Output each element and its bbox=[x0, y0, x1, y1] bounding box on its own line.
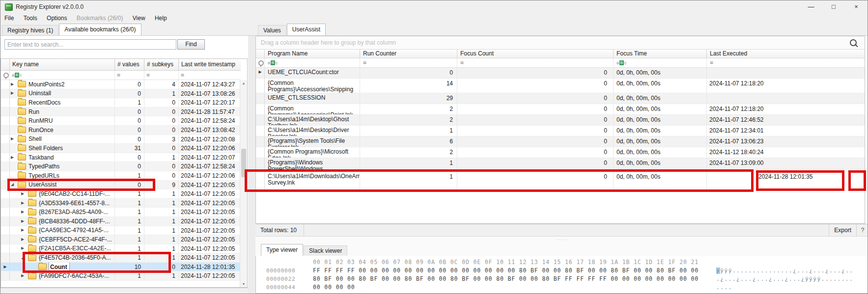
grid-row[interactable]: {Common Programs}\Accessories\Paint.lnk2… bbox=[256, 104, 865, 115]
hex-offset: 00000000 bbox=[266, 267, 295, 275]
tree-row[interactable]: RunOnce002024-11-07 13:08:42 bbox=[1, 126, 241, 135]
column-subkeys-count[interactable]: # subkeys bbox=[144, 59, 179, 70]
tab-values[interactable]: Values bbox=[258, 25, 286, 35]
horizontal-splitter[interactable]: ····· bbox=[255, 237, 868, 243]
tab-registry-hives[interactable]: Registry hives (1) bbox=[2, 25, 58, 35]
expanded-icon[interactable]: ◢ bbox=[21, 253, 28, 262]
collapsed-icon[interactable]: ▶ bbox=[21, 226, 28, 235]
tree-row[interactable]: ▶MountPoints2042024-11-07 12:43:27 bbox=[1, 80, 241, 89]
tree-row[interactable]: ▶{BCB48336-4DDD-48FF-...112024-11-07 12:… bbox=[1, 217, 241, 226]
collapsed-icon[interactable]: ▶ bbox=[21, 217, 28, 226]
menu-view[interactable]: View bbox=[129, 13, 149, 22]
collapsed-icon[interactable]: ▶ bbox=[11, 89, 18, 98]
filter-last-write[interactable]: = bbox=[179, 71, 241, 80]
help-button[interactable]: ? bbox=[856, 224, 868, 236]
key-name-cell: ◢{F4E57C4B-2036-45F0-A... bbox=[10, 253, 115, 262]
focus-count-cell: 0 bbox=[457, 104, 614, 114]
collapsed-icon[interactable]: ▶ bbox=[21, 271, 28, 280]
menu-help[interactable]: Help bbox=[151, 13, 171, 22]
tab-available-bookmarks[interactable]: Available bookmarks (26/0) bbox=[59, 24, 141, 35]
collapsed-icon[interactable]: ▶ bbox=[21, 208, 28, 216]
tree-row[interactable]: ▶Count1002024-11-28 12:01:35 bbox=[1, 263, 241, 272]
run-counter-cell: 14 bbox=[360, 79, 457, 93]
column-values-count[interactable]: # values bbox=[115, 59, 144, 70]
tree-row[interactable]: ◢{F4E57C4B-2036-45F0-A...112024-11-07 12… bbox=[1, 253, 241, 263]
column-focus-count[interactable]: Focus Count bbox=[457, 50, 614, 58]
search-icon[interactable] bbox=[850, 39, 857, 46]
find-button[interactable]: Find bbox=[177, 39, 205, 50]
tab-userassist[interactable]: UserAssist bbox=[287, 24, 326, 35]
tree-row[interactable]: ▶Uninstall012024-11-07 13:08:26 bbox=[1, 89, 241, 99]
tree-row[interactable]: RecentDocs102024-11-07 12:20:17 bbox=[1, 98, 241, 107]
filter-focus-time[interactable]: aBc bbox=[614, 58, 707, 67]
filter-subkeys[interactable]: = bbox=[144, 71, 179, 80]
tree-row[interactable]: Run002024-11-28 11:57:47 bbox=[1, 107, 241, 117]
tree-row[interactable]: ▶{B267E3AD-A825-4A09-...112024-11-07 12:… bbox=[1, 208, 241, 217]
collapsed-icon[interactable]: ▶ bbox=[11, 135, 18, 144]
tree-row[interactable]: ◢UserAssist092024-11-07 12:20:05 bbox=[1, 181, 241, 190]
grid-row[interactable]: {Common Programs}\Accessories\Snipping T… bbox=[256, 79, 865, 93]
values-count-cell: 0 bbox=[115, 126, 144, 134]
tree-row[interactable]: ▶{FA99DFC7-6AC2-453A-...112024-11-07 12:… bbox=[1, 271, 241, 281]
hex-bytes: 00 00 00 00 bbox=[313, 283, 355, 292]
grid-row[interactable]: C:\Users\a1l4m\Desktop\Ghost Toolbox.lnk… bbox=[256, 115, 865, 126]
tree-row[interactable]: ▶Taskband012024-11-07 12:20:07 bbox=[1, 153, 241, 162]
folder-icon bbox=[18, 172, 26, 179]
column-key-name[interactable]: Key name bbox=[10, 59, 115, 70]
scrollbar-thumb[interactable] bbox=[241, 149, 246, 177]
tree-row[interactable]: ▶{9E04CAB2-CC14-11DF-...112024-11-07 12:… bbox=[1, 189, 241, 199]
tree-row[interactable]: ▶{CAA59E3C-4792-41A5-...112024-11-07 12:… bbox=[1, 226, 241, 236]
tree-row[interactable]: ▶{F2A1CB5A-E3CC-4A2E-...112024-11-07 12:… bbox=[1, 244, 241, 254]
tab-slack-viewer[interactable]: Slack viewer bbox=[304, 245, 347, 256]
filter-key-name[interactable]: aBc bbox=[10, 71, 115, 80]
tree-vertical-scrollbar[interactable]: ▲ ▼ bbox=[240, 80, 247, 287]
collapsed-icon[interactable]: ▶ bbox=[11, 80, 18, 89]
group-by-bar[interactable]: Drag a column header here to group by th… bbox=[256, 36, 865, 49]
filter-last-executed[interactable]: = bbox=[707, 58, 865, 67]
values-count-cell: 1 bbox=[115, 217, 144, 226]
export-button[interactable]: Export bbox=[829, 224, 856, 236]
collapsed-icon[interactable]: ▶ bbox=[21, 244, 28, 253]
grid-row[interactable]: ▶UEME_CTLCUACount:ctor000d, 0h, 00m, 00s bbox=[256, 68, 865, 79]
tree-row[interactable]: ▶{CEBFF5CD-ACE2-4F4F-...112024-11-07 12:… bbox=[1, 235, 241, 244]
panel-splitter[interactable] bbox=[248, 36, 255, 294]
column-run-counter[interactable]: Run Counter bbox=[360, 50, 457, 58]
collapsed-icon[interactable]: ▶ bbox=[21, 189, 28, 198]
tree-row[interactable]: RunMRU002024-11-07 12:58:24 bbox=[1, 116, 241, 126]
filter-run-counter[interactable]: = bbox=[360, 58, 457, 67]
menu-options[interactable]: Options bbox=[43, 13, 71, 22]
tree-row[interactable]: TypedPaths002024-11-07 12:58:24 bbox=[1, 162, 241, 171]
column-last-executed[interactable]: Last Executed bbox=[707, 50, 865, 58]
menu-tools[interactable]: Tools bbox=[20, 13, 41, 22]
grid-row[interactable]: C:\Users\a1l4m\Downloads\OneAmerica Surv… bbox=[256, 172, 865, 190]
grid-row[interactable]: {Programs}\Windows PowerShell\Windows Po… bbox=[256, 158, 865, 172]
tree-row[interactable]: Shell Folders3102024-11-07 12:20:06 bbox=[1, 144, 241, 153]
filter-program-name[interactable]: aBc bbox=[265, 58, 360, 67]
grid-row[interactable]: {Common Programs}\Microsoft Edge.lnk200d… bbox=[256, 147, 865, 158]
collapsed-icon[interactable]: ▶ bbox=[21, 235, 28, 244]
tree-row[interactable]: ▶Shell032024-11-07 12:20:08 bbox=[1, 135, 241, 144]
close-button[interactable]: × bbox=[845, 0, 868, 13]
grid-row[interactable]: C:\Users\a1l4m\Desktop\Driver Booster.ln… bbox=[256, 126, 865, 136]
column-program-name[interactable]: Program Name bbox=[265, 50, 360, 58]
maximize-button[interactable]: □ bbox=[822, 0, 845, 13]
menu-file[interactable]: File bbox=[0, 13, 18, 22]
tree-row[interactable]: TypedURLs102024-11-07 12:20:06 bbox=[1, 171, 241, 181]
filter-focus-count[interactable]: = bbox=[457, 58, 614, 67]
column-focus-time[interactable]: Focus Time bbox=[614, 50, 707, 58]
collapsed-icon[interactable]: ▶ bbox=[11, 153, 18, 162]
scroll-down-icon[interactable]: ▼ bbox=[240, 281, 247, 287]
tab-type-viewer[interactable]: Type viewer bbox=[261, 244, 303, 256]
column-last-write[interactable]: Last write timestamp bbox=[179, 59, 241, 70]
grid-row[interactable]: {Programs}\System Tools\File Explorer.ln… bbox=[256, 136, 865, 147]
scroll-up-icon[interactable]: ▲ bbox=[240, 80, 247, 86]
filter-values[interactable]: = bbox=[115, 71, 144, 80]
collapsed-icon[interactable]: ▶ bbox=[21, 199, 28, 208]
subkeys-count-cell: 3 bbox=[144, 135, 179, 144]
grid-row[interactable]: UEME_CTLSESSION2900d, 0h, 00m, 00s bbox=[256, 93, 865, 104]
search-input[interactable] bbox=[4, 39, 176, 50]
tree-row[interactable]: ▶{A3D53349-6E61-4557-8...112024-11-07 12… bbox=[1, 199, 241, 208]
menu-bookmarks[interactable]: Bookmarks (26/0) bbox=[73, 13, 127, 22]
minimize-button[interactable]: — bbox=[800, 0, 822, 13]
expanded-icon[interactable]: ◢ bbox=[11, 181, 18, 189]
